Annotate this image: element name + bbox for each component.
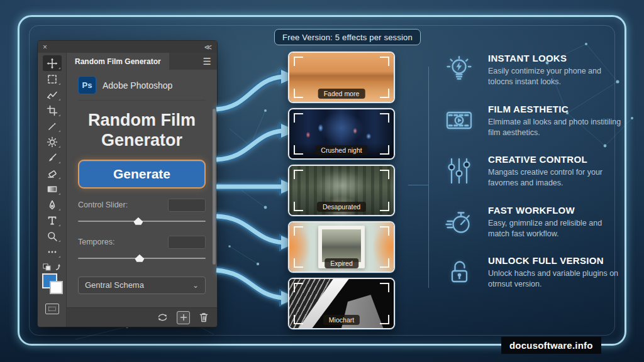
slider-thumb[interactable] [133, 217, 143, 225]
panel-menu-icon[interactable]: ☰ [197, 53, 217, 70]
control-slider-group: Control Slider: [78, 199, 206, 226]
sliders-icon [441, 154, 477, 188]
effect-card-miochart: Miochart [288, 278, 395, 329]
control-slider[interactable] [78, 217, 206, 226]
background-color-swatch[interactable] [50, 281, 63, 294]
schema-dropdown-value: Gentral Schema [85, 280, 144, 290]
effect-card-crushed-night: Crushed night [288, 108, 395, 160]
pen-tool-button[interactable] [43, 197, 62, 212]
control-slider-label: Control Slider: [78, 200, 128, 209]
effect-label: Desapurated [317, 202, 366, 212]
photoshop-logo: Ps [78, 76, 96, 94]
feature-description: Unlock hachs and variable plugins on otr… [488, 268, 623, 290]
feature-title: FAST WORKFLOW [488, 205, 623, 216]
viewfinder-corner-icon [380, 89, 389, 98]
viewfinder-corner-icon [294, 283, 303, 292]
effect-card-faded-more: Faded more [288, 52, 395, 103]
feature-description: Easily contimize your phone and tolocns … [488, 66, 623, 88]
healing-gear-tool-button[interactable] [43, 134, 62, 150]
tool-column [38, 53, 67, 327]
feature-list: INSTANT LOOKS Easily contimize your phon… [441, 53, 630, 306]
sync-icon[interactable] [157, 312, 169, 322]
viewfinder-corner-icon [294, 170, 303, 179]
viewfinder-corner-icon [294, 258, 303, 268]
close-icon[interactable]: × [43, 43, 47, 51]
panel-tab-row: Random Film Generator ☰ [67, 53, 217, 70]
marquee-tool-button[interactable] [43, 71, 62, 87]
effect-label: Crushed night [315, 145, 367, 155]
viewfinder-corner-icon [380, 170, 389, 179]
viewfinder-corner-icon [380, 57, 389, 66]
trash-icon[interactable] [198, 312, 209, 323]
viewfinder-corner-icon [380, 202, 389, 211]
chevron-down-icon: ⌄ [192, 281, 199, 290]
eyedropper-tool-button[interactable] [43, 118, 62, 134]
gradient-tool-button[interactable] [43, 181, 62, 197]
infographic-canvas: Free Version: 5 effects per session × ≪ [0, 0, 644, 362]
feature-description: Mangats creative control for your favorn… [488, 167, 623, 189]
viewfinder-corner-icon [380, 258, 389, 268]
feature-title: UNLOCK FULL VERSION [488, 255, 623, 266]
feature-title: CREATIVE CONTROL [488, 154, 623, 165]
effect-label: Miochart [323, 315, 360, 325]
viewfinder-corner-icon [294, 226, 303, 236]
crop-tool-button[interactable] [43, 102, 62, 118]
viewfinder-corner-icon [294, 113, 303, 123]
swap-colors-icon[interactable] [42, 262, 63, 272]
effect-card-desapurated: Desapurated [288, 165, 395, 216]
lasso-tool-button[interactable] [43, 87, 62, 102]
mask-mode-icon[interactable] [45, 304, 59, 314]
color-swatches[interactable] [42, 273, 63, 295]
feature-description: Easy, gnimnlize and relisible and match … [488, 218, 623, 240]
eraser-tool-button[interactable] [43, 165, 62, 181]
tempores-slider[interactable] [78, 254, 206, 263]
effect-label: Faded more [318, 89, 365, 99]
type-tool-button[interactable] [43, 212, 62, 228]
viewfinder-corner-icon [294, 57, 303, 66]
feature-description: Elmimate all looks and photo institiling… [488, 117, 623, 139]
tab-random-film-generator[interactable]: Random Film Generator [67, 53, 169, 70]
feature-fast-workflow: FAST WORKFLOW Easy, gnimnlize and relisi… [441, 205, 630, 240]
slider-thumb[interactable] [135, 255, 144, 262]
app-identity-row: Ps Adobe Photoshop [78, 70, 206, 101]
feature-film-aesthetic: FILM AESTHETIC Elmimate all looks and ph… [441, 104, 630, 139]
viewfinder-corner-icon [380, 113, 389, 123]
brush-tool-button[interactable] [43, 150, 62, 165]
tempores-label: Tempores: [78, 238, 114, 246]
divider-tick [408, 185, 428, 185]
open-lock-icon [441, 255, 477, 289]
schema-dropdown[interactable]: Gentral Schema ⌄ [78, 277, 206, 294]
tempores-value-box[interactable] [168, 236, 206, 249]
feature-creative-control: CREATIVE CONTROL Mangats creative contro… [441, 154, 630, 189]
watermark-label: docusoftware.info [501, 337, 601, 354]
control-slider-value-box[interactable] [168, 199, 206, 212]
stopwatch-icon [441, 205, 477, 239]
viewfinder-corner-icon [294, 145, 303, 155]
feature-title: INSTANT LOOKS [488, 53, 623, 63]
viewfinder-corner-icon [380, 226, 389, 236]
viewfinder-corner-icon [380, 315, 389, 324]
effect-label: Expired [325, 258, 358, 268]
viewfinder-corner-icon [380, 145, 389, 155]
app-name-label: Adobe Photoshop [103, 80, 172, 90]
move-tool-button[interactable] [43, 55, 62, 71]
photoshop-plugin-panel: × ≪ [38, 41, 217, 327]
zoom-tool-button[interactable] [43, 228, 62, 244]
vertical-divider [428, 67, 429, 288]
viewfinder-corner-icon [294, 315, 303, 324]
panel-footer [67, 307, 217, 327]
viewfinder-corner-icon [294, 89, 303, 98]
film-strip-icon [441, 104, 477, 138]
viewfinder-corner-icon [380, 283, 389, 292]
more-tools-ellipsis-icon[interactable] [43, 244, 62, 260]
feature-unlock-full-version: UNLOCK FULL VERSION Unlock hachs and var… [441, 255, 630, 290]
free-version-badge: Free Version: 5 effects per session [274, 29, 421, 45]
effect-preview-column: Faded more Crushed night Desapurated Exp [288, 52, 395, 334]
collapse-panel-icon[interactable]: ≪ [204, 43, 212, 51]
feature-title: FILM AESTHETIC [488, 104, 623, 114]
add-effect-button[interactable] [177, 311, 190, 324]
tempores-slider-group: Tempores: [78, 236, 206, 263]
panel-scrollbar[interactable] [213, 109, 216, 265]
generate-button[interactable]: Generate [78, 160, 206, 189]
panel-content: Ps Adobe Photoshop Random Film Generator… [67, 70, 217, 307]
